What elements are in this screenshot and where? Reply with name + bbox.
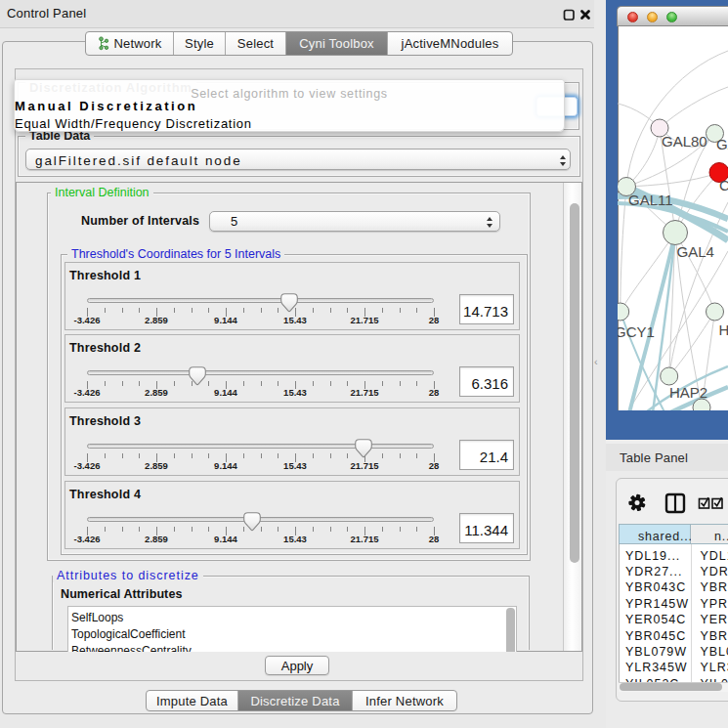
svg-text:GCY1: GCY1 (618, 323, 655, 340)
svg-text:GAL80: GAL80 (662, 133, 707, 150)
svg-text:GAL4: GAL4 (677, 243, 714, 260)
svg-text:CY: CY (719, 177, 728, 193)
svg-text:GA: GA (716, 136, 728, 152)
svg-text:H: H (719, 321, 728, 338)
svg-text:HAP2: HAP2 (669, 384, 707, 401)
svg-text:GAL11: GAL11 (628, 192, 673, 208)
